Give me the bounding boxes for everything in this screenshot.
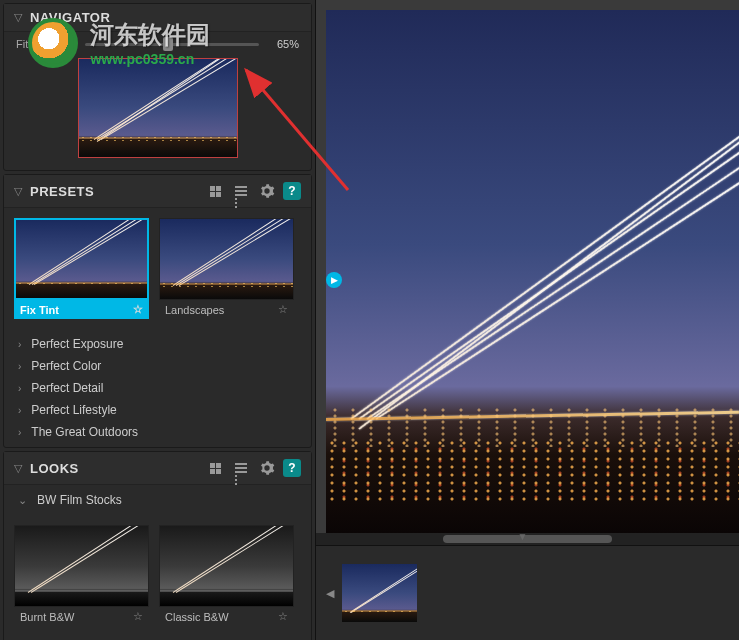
- watermark-title: 河东软件园: [90, 19, 210, 51]
- zoom-value: 65%: [269, 38, 299, 50]
- look-label: Classic B&W: [165, 611, 229, 623]
- gear-icon[interactable]: [257, 458, 277, 478]
- gear-icon[interactable]: [257, 181, 277, 201]
- presets-panel: ▽ PRESETS ?: [3, 174, 312, 448]
- expand-handle-icon[interactable]: ▶: [326, 272, 342, 288]
- filmstrip: ◀: [316, 545, 739, 640]
- watermark-overlay: 河东软件园 www.pc0359.cn: [28, 18, 210, 68]
- navigator-preview[interactable]: [78, 58, 238, 158]
- filmstrip-thumb[interactable]: [342, 564, 417, 622]
- looks-collapse-icon[interactable]: ▽: [14, 462, 22, 475]
- favorite-icon[interactable]: ☆: [278, 610, 288, 623]
- filmstrip-prev-icon[interactable]: ◀: [326, 587, 334, 600]
- preset-thumb-landscapes[interactable]: Landscapes ☆: [159, 218, 294, 319]
- favorite-icon[interactable]: ☆: [133, 610, 143, 623]
- main-image-preview[interactable]: ▶: [326, 10, 739, 533]
- list-view-icon[interactable]: [231, 181, 251, 201]
- presets-collapse-icon[interactable]: ▽: [14, 185, 22, 198]
- preset-category[interactable]: ›The Great Outdoors: [4, 421, 311, 443]
- looks-title: LOOKS: [30, 461, 205, 476]
- preset-category[interactable]: ›Perfect Detail: [4, 377, 311, 399]
- preset-thumb-fix-tint[interactable]: Fix Tint ☆: [14, 218, 149, 319]
- looks-subcategory[interactable]: ⌄ BW Film Stocks: [4, 485, 311, 515]
- horizontal-scrollbar[interactable]: ▼: [316, 533, 739, 545]
- main-area: ▶ ▼ ◀: [316, 0, 739, 640]
- watermark-logo-icon: [28, 18, 78, 68]
- looks-panel: ▽ LOOKS ? ⌄ BW Film Stocks: [3, 451, 312, 640]
- look-thumb-classic-bw[interactable]: Classic B&W ☆: [159, 525, 294, 626]
- preset-label: Landscapes: [165, 304, 224, 316]
- preset-category[interactable]: ›Perfect Exposure: [4, 333, 311, 355]
- grid-view-icon[interactable]: [205, 458, 225, 478]
- preset-category[interactable]: ›Perfect Color: [4, 355, 311, 377]
- look-label: Burnt B&W: [20, 611, 74, 623]
- preset-category[interactable]: ›Perfect Lifestyle: [4, 399, 311, 421]
- preset-label: Fix Tint: [20, 304, 59, 316]
- grid-view-icon[interactable]: [205, 181, 225, 201]
- help-icon[interactable]: ?: [283, 182, 301, 200]
- favorite-icon[interactable]: ☆: [278, 303, 288, 316]
- navigator-collapse-icon[interactable]: ▽: [14, 11, 22, 24]
- watermark-url: www.pc0359.cn: [90, 51, 210, 67]
- left-sidebar: ▽ NAVIGATOR Fit | Percent 65%: [0, 0, 316, 640]
- favorite-icon[interactable]: ☆: [133, 303, 143, 316]
- presets-title: PRESETS: [30, 184, 205, 199]
- help-icon[interactable]: ?: [283, 459, 301, 477]
- look-thumb-burnt-bw[interactable]: Burnt B&W ☆: [14, 525, 149, 626]
- list-view-icon[interactable]: [231, 458, 251, 478]
